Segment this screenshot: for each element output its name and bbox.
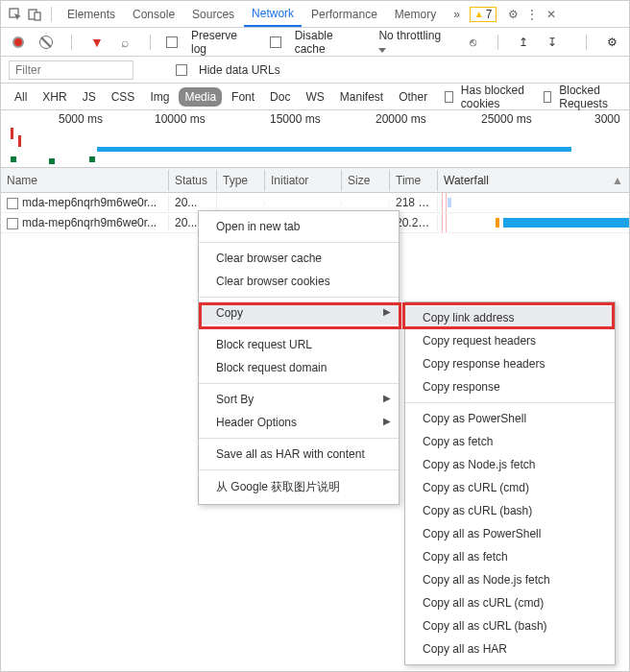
wifi-icon[interactable]: ⎋ (464, 33, 483, 52)
chevron-right-icon: ▶ (383, 306, 391, 317)
devtools-tabs: Elements Console Sources Network Perform… (1, 1, 629, 28)
ctx-google-image-desc[interactable]: 从 Google 获取图片说明 (199, 474, 399, 500)
filter-css[interactable]: CSS (106, 87, 141, 107)
ctx-copy-node-fetch[interactable]: Copy as Node.js fetch (405, 453, 615, 476)
ctx-copy-res-headers[interactable]: Copy response headers (405, 352, 615, 375)
gear-icon[interactable]: ⚙ (602, 33, 621, 52)
ctx-block-domain[interactable]: Block request domain (199, 356, 399, 379)
cell-waterfall (438, 213, 629, 232)
tab-network[interactable]: Network (244, 1, 302, 27)
ctx-copy-all-curl-cmd[interactable]: Copy all as cURL (cmd) (405, 591, 615, 614)
type-filters: All XHR JS CSS Img Media Font Doc WS Man… (1, 84, 629, 110)
filter-ws[interactable]: WS (300, 87, 329, 107)
filter-font[interactable]: Font (226, 87, 260, 107)
blocked-cookies-checkbox[interactable] (445, 91, 453, 103)
clear-button[interactable] (37, 33, 57, 52)
context-submenu-copy: Copy link address Copy request headers C… (404, 301, 616, 665)
cell-waterfall (438, 193, 629, 212)
record-button[interactable] (9, 33, 28, 52)
chevron-right-icon: ▶ (383, 416, 391, 426)
ctx-copy-powershell[interactable]: Copy as PowerShell (405, 407, 615, 430)
warning-icon: ▲ (474, 9, 484, 19)
ctx-copy-curl-cmd[interactable]: Copy as cURL (cmd) (405, 476, 615, 499)
inspect-icon[interactable] (7, 6, 24, 23)
ctx-copy-all-har[interactable]: Copy all as HAR (405, 637, 615, 660)
svg-rect-2 (35, 12, 40, 20)
blocked-requests-checkbox[interactable] (544, 91, 552, 103)
filter-other[interactable]: Other (393, 87, 433, 107)
upload-icon[interactable]: ↥ (514, 33, 533, 52)
tab-performance[interactable]: Performance (303, 2, 385, 27)
ctx-copy-response[interactable]: Copy response (405, 375, 615, 398)
col-type[interactable]: Type (217, 170, 265, 191)
ctx-save-har[interactable]: Save all as HAR with content (199, 443, 399, 466)
chevron-right-icon: ▶ (383, 393, 391, 403)
hide-data-urls-label: Hide data URLs (199, 63, 280, 77)
ctx-copy-req-headers[interactable]: Copy request headers (405, 329, 615, 352)
sort-icon: ▲ (612, 174, 623, 187)
disable-cache-label: Disable cache (295, 29, 366, 56)
ctx-clear-cookies[interactable]: Clear browser cookies (199, 270, 399, 293)
download-icon[interactable]: ↧ (543, 33, 562, 52)
blocked-cookies-label: Has blocked cookies (461, 84, 532, 110)
filter-media[interactable]: Media (179, 87, 222, 107)
filter-xhr[interactable]: XHR (36, 87, 72, 107)
filter-icon[interactable]: ▼ (87, 33, 107, 52)
filter-js[interactable]: JS (77, 87, 102, 107)
disable-cache-checkbox[interactable] (270, 36, 281, 48)
col-initiator[interactable]: Initiator (265, 170, 342, 191)
device-icon[interactable] (26, 6, 43, 23)
context-menu: Open in new tab Clear browser cache Clea… (198, 210, 400, 505)
separator (51, 7, 52, 22)
col-time[interactable]: Time (390, 170, 438, 191)
throttling-select[interactable]: No throttling (375, 27, 453, 58)
filter-all[interactable]: All (9, 87, 33, 107)
ctx-copy-curl-bash[interactable]: Copy as cURL (bash) (405, 499, 615, 522)
ctx-header-options[interactable]: Header Options▶ (199, 411, 399, 434)
ctx-copy-all-powershell[interactable]: Copy all as PowerShell (405, 522, 615, 545)
blocked-requests-label: Blocked Requests (559, 84, 621, 110)
col-name[interactable]: Name (1, 170, 169, 191)
col-size[interactable]: Size (342, 170, 390, 191)
requests-table-header: Name Status Type Initiator Size Time Wat… (1, 168, 629, 193)
cell-name: mda-mep6nqrh9m6we0r... (1, 214, 169, 231)
cell-initiator (265, 201, 342, 204)
tab-memory[interactable]: Memory (387, 2, 444, 27)
ctx-copy-link[interactable]: Copy link address (405, 306, 615, 329)
warnings-badge[interactable]: ▲7 (470, 7, 497, 22)
ctx-copy[interactable]: Copy▶ (199, 301, 399, 324)
col-waterfall[interactable]: Waterfall ▲ (438, 170, 629, 191)
ctx-copy-fetch[interactable]: Copy as fetch (405, 430, 615, 453)
preserve-log-checkbox[interactable] (166, 36, 178, 48)
gear-icon[interactable]: ⚙ (504, 6, 521, 23)
timeline-overview[interactable]: 5000 ms 10000 ms 15000 ms 20000 ms 25000… (1, 110, 629, 168)
tab-elements[interactable]: Elements (60, 2, 123, 27)
ctx-sort-by[interactable]: Sort By▶ (199, 388, 399, 411)
col-status[interactable]: Status (169, 170, 217, 191)
ctx-clear-cache[interactable]: Clear browser cache (199, 247, 399, 270)
hide-data-urls-checkbox[interactable] (176, 64, 187, 76)
warning-count: 7 (486, 8, 493, 21)
filter-manifest[interactable]: Manifest (334, 87, 389, 107)
cell-type (217, 201, 265, 204)
ctx-open-new-tab[interactable]: Open in new tab (199, 215, 399, 238)
separator (150, 35, 151, 50)
kebab-icon[interactable]: ⋮ (523, 6, 541, 23)
ctx-copy-all-fetch[interactable]: Copy all as fetch (405, 545, 615, 568)
filter-row: Hide data URLs (1, 57, 629, 84)
close-icon[interactable]: ✕ (543, 6, 560, 23)
ctx-block-url[interactable]: Block request URL (199, 333, 399, 356)
cell-name: mda-mep6nqrh9m6we0r... (1, 194, 169, 211)
preserve-log-label: Preserve log (191, 29, 254, 56)
filter-img[interactable]: Img (144, 87, 175, 107)
chevron-down-icon (378, 48, 386, 53)
ctx-copy-all-curl-bash[interactable]: Copy all as cURL (bash) (405, 614, 615, 637)
search-icon[interactable]: ⌕ (116, 33, 135, 52)
filter-doc[interactable]: Doc (264, 87, 296, 107)
separator (71, 35, 72, 50)
tabs-more[interactable]: » (446, 2, 468, 27)
tab-sources[interactable]: Sources (184, 2, 242, 27)
tab-console[interactable]: Console (125, 2, 182, 27)
filter-input[interactable] (9, 60, 133, 80)
ctx-copy-all-node-fetch[interactable]: Copy all as Node.js fetch (405, 568, 615, 591)
